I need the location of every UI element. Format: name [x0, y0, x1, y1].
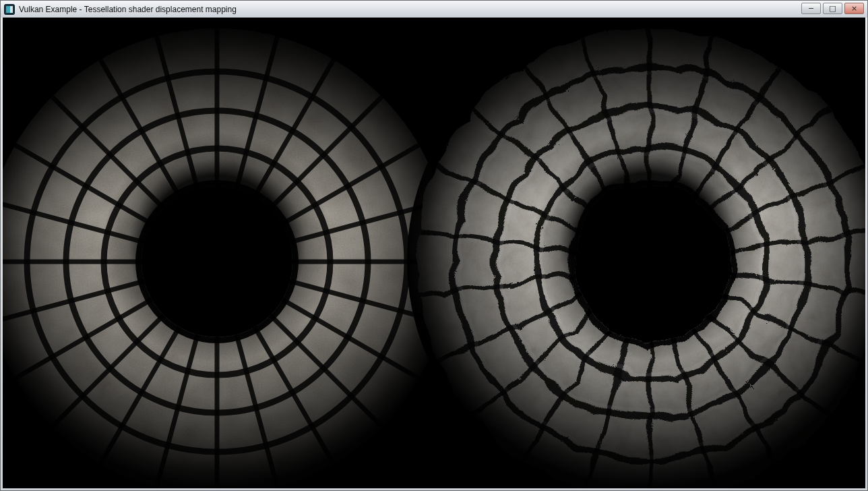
vulkan-app-icon — [4, 4, 15, 15]
close-button[interactable]: × — [844, 3, 864, 14]
render-viewport[interactable] — [3, 18, 865, 488]
minimize-icon: − — [808, 4, 814, 13]
maximize-button[interactable]: □ — [823, 3, 842, 14]
close-icon: × — [851, 4, 857, 13]
maximize-icon: □ — [829, 4, 836, 13]
scene-svg — [3, 18, 865, 488]
minimize-button[interactable]: − — [801, 3, 821, 14]
titlebar[interactable]: Vulkan Example - Tessellation shader dis… — [1, 1, 867, 18]
window-controls: − □ × — [801, 1, 864, 14]
window-title: Vulkan Example - Tessellation shader dis… — [19, 5, 237, 14]
app-window: Vulkan Example - Tessellation shader dis… — [0, 0, 868, 491]
